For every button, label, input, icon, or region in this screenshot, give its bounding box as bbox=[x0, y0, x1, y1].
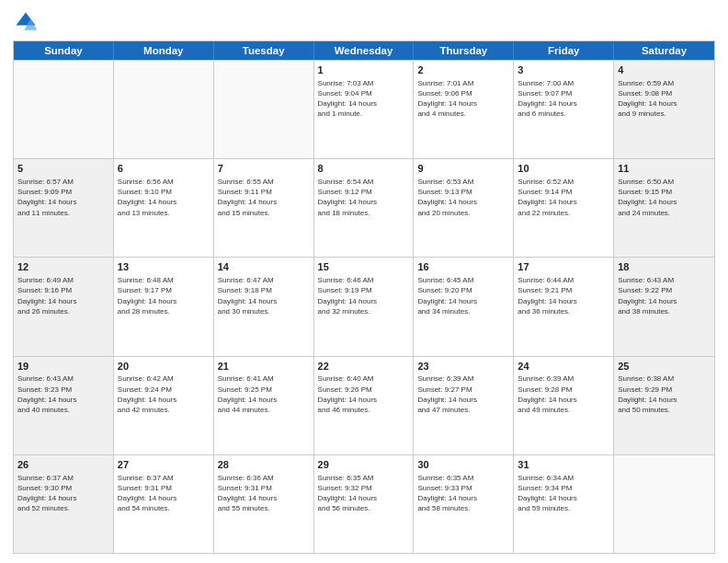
header-day-wednesday: Wednesday bbox=[314, 41, 415, 60]
day-cell-23: 23Sunrise: 6:39 AM Sunset: 9:27 PM Dayli… bbox=[414, 357, 514, 454]
day-number: 1 bbox=[318, 63, 410, 77]
day-number: 8 bbox=[318, 162, 410, 176]
day-number: 24 bbox=[518, 360, 609, 373]
day-cell-10: 10Sunrise: 6:52 AM Sunset: 9:14 PM Dayli… bbox=[514, 159, 614, 257]
day-number: 28 bbox=[218, 458, 310, 472]
day-cell-30: 30Sunrise: 6:35 AM Sunset: 9:33 PM Dayli… bbox=[414, 455, 514, 553]
day-info: Sunrise: 6:57 AM Sunset: 9:09 PM Dayligh… bbox=[17, 177, 109, 218]
day-number: 18 bbox=[618, 260, 711, 274]
day-number: 4 bbox=[618, 63, 711, 77]
day-number: 23 bbox=[417, 360, 509, 373]
day-cell-11: 11Sunrise: 6:50 AM Sunset: 9:15 PM Dayli… bbox=[614, 159, 714, 257]
header-day-saturday: Saturday bbox=[614, 41, 714, 60]
day-cell-16: 16Sunrise: 6:45 AM Sunset: 9:20 PM Dayli… bbox=[414, 258, 514, 355]
day-cell-24: 24Sunrise: 6:39 AM Sunset: 9:28 PM Dayli… bbox=[514, 357, 614, 454]
day-number: 2 bbox=[417, 63, 509, 77]
day-number: 21 bbox=[218, 360, 310, 373]
day-number: 15 bbox=[318, 260, 410, 274]
header-day-friday: Friday bbox=[514, 41, 614, 60]
day-number: 19 bbox=[17, 360, 109, 373]
empty-cell bbox=[214, 61, 314, 158]
day-number: 5 bbox=[17, 162, 109, 176]
day-info: Sunrise: 6:49 AM Sunset: 9:16 PM Dayligh… bbox=[17, 275, 109, 316]
week-row-2: 5Sunrise: 6:57 AM Sunset: 9:09 PM Daylig… bbox=[14, 158, 714, 257]
page: SundayMondayTuesdayWednesdayThursdayFrid… bbox=[0, 0, 728, 563]
day-info: Sunrise: 6:48 AM Sunset: 9:17 PM Dayligh… bbox=[118, 275, 210, 316]
day-number: 14 bbox=[218, 260, 310, 274]
day-number: 26 bbox=[17, 458, 109, 472]
day-info: Sunrise: 6:47 AM Sunset: 9:18 PM Dayligh… bbox=[218, 275, 310, 316]
day-info: Sunrise: 6:46 AM Sunset: 9:19 PM Dayligh… bbox=[318, 275, 410, 316]
day-info: Sunrise: 6:54 AM Sunset: 9:12 PM Dayligh… bbox=[318, 177, 410, 218]
day-cell-29: 29Sunrise: 6:35 AM Sunset: 9:32 PM Dayli… bbox=[314, 455, 415, 553]
day-info: Sunrise: 6:37 AM Sunset: 9:31 PM Dayligh… bbox=[118, 473, 210, 514]
day-cell-13: 13Sunrise: 6:48 AM Sunset: 9:17 PM Dayli… bbox=[114, 258, 214, 355]
day-info: Sunrise: 6:35 AM Sunset: 9:32 PM Dayligh… bbox=[318, 473, 410, 514]
day-number: 7 bbox=[218, 162, 310, 176]
day-cell-22: 22Sunrise: 6:40 AM Sunset: 9:26 PM Dayli… bbox=[314, 357, 415, 454]
day-cell-3: 3Sunrise: 7:00 AM Sunset: 9:07 PM Daylig… bbox=[514, 61, 614, 158]
day-info: Sunrise: 6:55 AM Sunset: 9:11 PM Dayligh… bbox=[218, 177, 310, 218]
day-number: 25 bbox=[618, 360, 711, 373]
day-info: Sunrise: 6:34 AM Sunset: 9:34 PM Dayligh… bbox=[518, 473, 609, 514]
calendar-header: SundayMondayTuesdayWednesdayThursdayFrid… bbox=[14, 41, 714, 60]
empty-cell bbox=[114, 61, 214, 158]
day-info: Sunrise: 6:42 AM Sunset: 9:24 PM Dayligh… bbox=[118, 373, 210, 415]
day-cell-26: 26Sunrise: 6:37 AM Sunset: 9:30 PM Dayli… bbox=[14, 455, 114, 553]
day-info: Sunrise: 7:01 AM Sunset: 9:06 PM Dayligh… bbox=[417, 78, 509, 120]
day-info: Sunrise: 6:50 AM Sunset: 9:15 PM Dayligh… bbox=[618, 177, 711, 218]
day-info: Sunrise: 6:45 AM Sunset: 9:20 PM Dayligh… bbox=[417, 275, 509, 316]
day-cell-20: 20Sunrise: 6:42 AM Sunset: 9:24 PM Dayli… bbox=[114, 357, 214, 454]
day-cell-31: 31Sunrise: 6:34 AM Sunset: 9:34 PM Dayli… bbox=[514, 455, 614, 553]
day-cell-8: 8Sunrise: 6:54 AM Sunset: 9:12 PM Daylig… bbox=[314, 159, 415, 257]
day-cell-4: 4Sunrise: 6:59 AM Sunset: 9:08 PM Daylig… bbox=[614, 61, 714, 158]
day-cell-12: 12Sunrise: 6:49 AM Sunset: 9:16 PM Dayli… bbox=[14, 258, 114, 355]
empty-cell bbox=[614, 455, 714, 553]
header-day-tuesday: Tuesday bbox=[214, 41, 314, 60]
day-number: 17 bbox=[518, 260, 609, 274]
header-day-sunday: Sunday bbox=[14, 41, 114, 60]
day-info: Sunrise: 6:40 AM Sunset: 9:26 PM Dayligh… bbox=[318, 373, 410, 415]
week-row-3: 12Sunrise: 6:49 AM Sunset: 9:16 PM Dayli… bbox=[14, 257, 714, 355]
day-info: Sunrise: 6:59 AM Sunset: 9:08 PM Dayligh… bbox=[618, 78, 711, 120]
day-cell-5: 5Sunrise: 6:57 AM Sunset: 9:09 PM Daylig… bbox=[14, 159, 114, 257]
day-cell-1: 1Sunrise: 7:03 AM Sunset: 9:04 PM Daylig… bbox=[314, 61, 415, 158]
day-number: 30 bbox=[417, 458, 509, 472]
calendar-body: 1Sunrise: 7:03 AM Sunset: 9:04 PM Daylig… bbox=[14, 60, 714, 553]
day-number: 22 bbox=[318, 360, 410, 373]
header bbox=[13, 9, 715, 35]
day-cell-7: 7Sunrise: 6:55 AM Sunset: 9:11 PM Daylig… bbox=[214, 159, 314, 257]
day-number: 13 bbox=[118, 260, 210, 274]
logo bbox=[13, 9, 42, 35]
day-info: Sunrise: 6:43 AM Sunset: 9:22 PM Dayligh… bbox=[618, 275, 711, 316]
day-number: 20 bbox=[118, 360, 210, 373]
day-info: Sunrise: 7:03 AM Sunset: 9:04 PM Dayligh… bbox=[318, 78, 410, 120]
day-cell-25: 25Sunrise: 6:38 AM Sunset: 9:29 PM Dayli… bbox=[614, 357, 714, 454]
day-cell-21: 21Sunrise: 6:41 AM Sunset: 9:25 PM Dayli… bbox=[214, 357, 314, 454]
day-info: Sunrise: 6:39 AM Sunset: 9:27 PM Dayligh… bbox=[417, 373, 509, 415]
day-info: Sunrise: 6:38 AM Sunset: 9:29 PM Dayligh… bbox=[618, 373, 711, 415]
day-number: 10 bbox=[518, 162, 609, 176]
week-row-5: 26Sunrise: 6:37 AM Sunset: 9:30 PM Dayli… bbox=[14, 454, 714, 553]
day-number: 12 bbox=[17, 260, 109, 274]
day-info: Sunrise: 6:52 AM Sunset: 9:14 PM Dayligh… bbox=[518, 177, 609, 218]
calendar: SundayMondayTuesdayWednesdayThursdayFrid… bbox=[13, 40, 715, 554]
day-cell-17: 17Sunrise: 6:44 AM Sunset: 9:21 PM Dayli… bbox=[514, 258, 614, 355]
day-info: Sunrise: 6:44 AM Sunset: 9:21 PM Dayligh… bbox=[518, 275, 609, 316]
day-info: Sunrise: 6:39 AM Sunset: 9:28 PM Dayligh… bbox=[518, 373, 609, 415]
day-number: 9 bbox=[417, 162, 509, 176]
header-day-thursday: Thursday bbox=[414, 41, 514, 60]
day-cell-28: 28Sunrise: 6:36 AM Sunset: 9:31 PM Dayli… bbox=[214, 455, 314, 553]
day-info: Sunrise: 6:43 AM Sunset: 9:23 PM Dayligh… bbox=[17, 373, 109, 415]
day-info: Sunrise: 6:56 AM Sunset: 9:10 PM Dayligh… bbox=[118, 177, 210, 218]
day-info: Sunrise: 6:35 AM Sunset: 9:33 PM Dayligh… bbox=[417, 473, 509, 514]
day-info: Sunrise: 7:00 AM Sunset: 9:07 PM Dayligh… bbox=[518, 78, 609, 120]
day-number: 27 bbox=[118, 458, 210, 472]
day-info: Sunrise: 6:53 AM Sunset: 9:13 PM Dayligh… bbox=[417, 177, 509, 218]
day-cell-27: 27Sunrise: 6:37 AM Sunset: 9:31 PM Dayli… bbox=[114, 455, 214, 553]
day-cell-18: 18Sunrise: 6:43 AM Sunset: 9:22 PM Dayli… bbox=[614, 258, 714, 355]
day-cell-14: 14Sunrise: 6:47 AM Sunset: 9:18 PM Dayli… bbox=[214, 258, 314, 355]
day-cell-2: 2Sunrise: 7:01 AM Sunset: 9:06 PM Daylig… bbox=[414, 61, 514, 158]
day-number: 11 bbox=[618, 162, 711, 176]
day-cell-6: 6Sunrise: 6:56 AM Sunset: 9:10 PM Daylig… bbox=[114, 159, 214, 257]
